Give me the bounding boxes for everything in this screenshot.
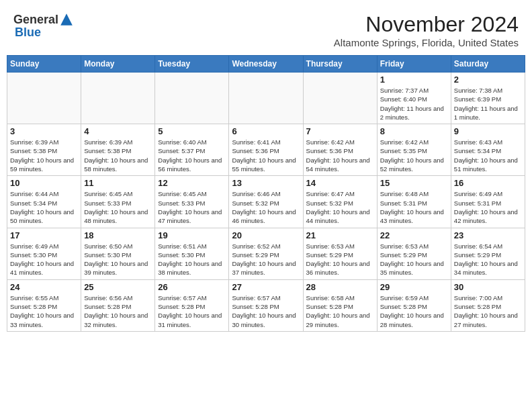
calendar-cell — [81, 73, 155, 124]
logo-general-text: General — [13, 13, 58, 27]
day-number: 7 — [306, 126, 374, 136]
day-number: 26 — [158, 282, 226, 292]
day-number: 16 — [454, 178, 522, 188]
day-info: Sunrise: 6:53 AM Sunset: 5:29 PM Dayligh… — [380, 242, 448, 277]
day-number: 2 — [454, 75, 522, 85]
weekday-header-friday: Friday — [377, 56, 451, 73]
calendar-cell — [229, 73, 303, 124]
weekday-header-saturday: Saturday — [451, 56, 525, 73]
calendar-cell: 8Sunrise: 6:42 AM Sunset: 5:35 PM Daylig… — [377, 124, 451, 176]
day-number: 27 — [232, 282, 300, 292]
calendar-week-row: 10Sunrise: 6:44 AM Sunset: 5:34 PM Dayli… — [7, 176, 525, 228]
day-number: 30 — [454, 282, 522, 292]
calendar-week-row: 17Sunrise: 6:49 AM Sunset: 5:30 PM Dayli… — [7, 228, 525, 279]
logo-icon: General — [13, 12, 75, 27]
day-info: Sunrise: 6:49 AM Sunset: 5:31 PM Dayligh… — [454, 189, 522, 225]
day-number: 14 — [306, 178, 374, 188]
day-number: 19 — [158, 230, 226, 240]
calendar-week-row: 1Sunrise: 7:37 AM Sunset: 6:40 PM Daylig… — [7, 73, 525, 124]
day-number: 22 — [380, 230, 448, 240]
day-number: 4 — [84, 126, 152, 136]
day-info: Sunrise: 6:40 AM Sunset: 5:37 PM Dayligh… — [158, 138, 226, 173]
day-info: Sunrise: 6:55 AM Sunset: 5:28 PM Dayligh… — [10, 293, 78, 329]
logo-triangle-icon — [59, 12, 74, 27]
day-number: 6 — [232, 126, 300, 136]
calendar-cell — [303, 73, 377, 124]
calendar-cell: 27Sunrise: 6:57 AM Sunset: 5:28 PM Dayli… — [229, 279, 303, 331]
calendar-cell: 10Sunrise: 6:44 AM Sunset: 5:34 PM Dayli… — [7, 176, 81, 228]
calendar-week-row: 24Sunrise: 6:55 AM Sunset: 5:28 PM Dayli… — [7, 279, 525, 331]
calendar-cell: 7Sunrise: 6:42 AM Sunset: 5:36 PM Daylig… — [303, 124, 377, 176]
weekday-header-monday: Monday — [81, 56, 155, 73]
calendar-cell: 13Sunrise: 6:46 AM Sunset: 5:32 PM Dayli… — [229, 176, 303, 228]
day-number: 12 — [158, 178, 226, 188]
day-number: 21 — [306, 230, 374, 240]
logo-blue-text: Blue — [15, 26, 41, 39]
day-number: 8 — [380, 126, 448, 136]
calendar-cell: 29Sunrise: 6:59 AM Sunset: 5:28 PM Dayli… — [377, 279, 451, 331]
day-number: 9 — [454, 126, 522, 136]
day-number: 24 — [10, 282, 78, 292]
day-number: 3 — [10, 126, 78, 136]
day-info: Sunrise: 6:54 AM Sunset: 5:29 PM Dayligh… — [454, 242, 522, 277]
day-number: 25 — [84, 282, 152, 292]
day-info: Sunrise: 6:52 AM Sunset: 5:29 PM Dayligh… — [232, 242, 300, 277]
day-number: 5 — [158, 126, 226, 136]
calendar-header-row: SundayMondayTuesdayWednesdayThursdayFrid… — [7, 56, 525, 73]
calendar-cell: 9Sunrise: 6:43 AM Sunset: 5:34 PM Daylig… — [451, 124, 525, 176]
day-info: Sunrise: 6:44 AM Sunset: 5:34 PM Dayligh… — [10, 189, 78, 225]
day-info: Sunrise: 7:00 AM Sunset: 5:28 PM Dayligh… — [454, 293, 522, 329]
calendar-cell: 22Sunrise: 6:53 AM Sunset: 5:29 PM Dayli… — [377, 228, 451, 279]
day-number: 20 — [232, 230, 300, 240]
day-number: 15 — [380, 178, 448, 188]
day-info: Sunrise: 6:45 AM Sunset: 5:33 PM Dayligh… — [84, 189, 152, 225]
day-info: Sunrise: 6:53 AM Sunset: 5:29 PM Dayligh… — [306, 242, 374, 277]
calendar-cell: 20Sunrise: 6:52 AM Sunset: 5:29 PM Dayli… — [229, 228, 303, 279]
calendar-cell: 25Sunrise: 6:56 AM Sunset: 5:28 PM Dayli… — [81, 279, 155, 331]
day-number: 10 — [10, 178, 78, 188]
day-info: Sunrise: 6:48 AM Sunset: 5:31 PM Dayligh… — [380, 189, 448, 225]
day-number: 28 — [306, 282, 374, 292]
calendar-table: SundayMondayTuesdayWednesdayThursdayFrid… — [7, 55, 525, 332]
day-info: Sunrise: 6:45 AM Sunset: 5:33 PM Dayligh… — [158, 189, 226, 225]
day-info: Sunrise: 6:46 AM Sunset: 5:32 PM Dayligh… — [232, 189, 300, 225]
calendar-cell: 5Sunrise: 6:40 AM Sunset: 5:37 PM Daylig… — [155, 124, 229, 176]
calendar-cell: 21Sunrise: 6:53 AM Sunset: 5:29 PM Dayli… — [303, 228, 377, 279]
day-info: Sunrise: 6:47 AM Sunset: 5:32 PM Dayligh… — [306, 189, 374, 225]
calendar-cell: 15Sunrise: 6:48 AM Sunset: 5:31 PM Dayli… — [377, 176, 451, 228]
day-number: 18 — [84, 230, 152, 240]
calendar-cell: 23Sunrise: 6:54 AM Sunset: 5:29 PM Dayli… — [451, 228, 525, 279]
calendar-cell: 24Sunrise: 6:55 AM Sunset: 5:28 PM Dayli… — [7, 279, 81, 331]
calendar-cell: 1Sunrise: 7:37 AM Sunset: 6:40 PM Daylig… — [377, 73, 451, 124]
day-number: 17 — [10, 230, 78, 240]
day-info: Sunrise: 6:42 AM Sunset: 5:35 PM Dayligh… — [380, 138, 448, 173]
calendar-cell: 28Sunrise: 6:58 AM Sunset: 5:28 PM Dayli… — [303, 279, 377, 331]
calendar-cell: 26Sunrise: 6:57 AM Sunset: 5:28 PM Dayli… — [155, 279, 229, 331]
weekday-header-thursday: Thursday — [303, 56, 377, 73]
day-info: Sunrise: 6:51 AM Sunset: 5:30 PM Dayligh… — [158, 242, 226, 277]
day-info: Sunrise: 7:37 AM Sunset: 6:40 PM Dayligh… — [380, 86, 448, 122]
calendar-cell: 18Sunrise: 6:50 AM Sunset: 5:30 PM Dayli… — [81, 228, 155, 279]
svg-marker-0 — [60, 13, 73, 26]
day-info: Sunrise: 6:49 AM Sunset: 5:30 PM Dayligh… — [10, 242, 78, 277]
day-info: Sunrise: 6:42 AM Sunset: 5:36 PM Dayligh… — [306, 138, 374, 173]
day-info: Sunrise: 6:58 AM Sunset: 5:28 PM Dayligh… — [306, 293, 374, 329]
weekday-header-wednesday: Wednesday — [229, 56, 303, 73]
month-title: November 2024 — [334, 12, 519, 37]
calendar-cell: 30Sunrise: 7:00 AM Sunset: 5:28 PM Dayli… — [451, 279, 525, 331]
day-info: Sunrise: 6:39 AM Sunset: 5:38 PM Dayligh… — [84, 138, 152, 173]
calendar-cell: 17Sunrise: 6:49 AM Sunset: 5:30 PM Dayli… — [7, 228, 81, 279]
day-number: 29 — [380, 282, 448, 292]
day-info: Sunrise: 6:56 AM Sunset: 5:28 PM Dayligh… — [84, 293, 152, 329]
day-info: Sunrise: 6:50 AM Sunset: 5:30 PM Dayligh… — [84, 242, 152, 277]
day-number: 11 — [84, 178, 152, 188]
calendar-cell: 14Sunrise: 6:47 AM Sunset: 5:32 PM Dayli… — [303, 176, 377, 228]
day-info: Sunrise: 7:38 AM Sunset: 6:39 PM Dayligh… — [454, 86, 522, 122]
day-info: Sunrise: 6:43 AM Sunset: 5:34 PM Dayligh… — [454, 138, 522, 173]
day-info: Sunrise: 6:57 AM Sunset: 5:28 PM Dayligh… — [232, 293, 300, 329]
day-number: 13 — [232, 178, 300, 188]
calendar-cell: 4Sunrise: 6:39 AM Sunset: 5:38 PM Daylig… — [81, 124, 155, 176]
day-info: Sunrise: 6:41 AM Sunset: 5:36 PM Dayligh… — [232, 138, 300, 173]
location-text: Altamonte Springs, Florida, United State… — [334, 37, 519, 48]
calendar-cell — [7, 73, 81, 124]
